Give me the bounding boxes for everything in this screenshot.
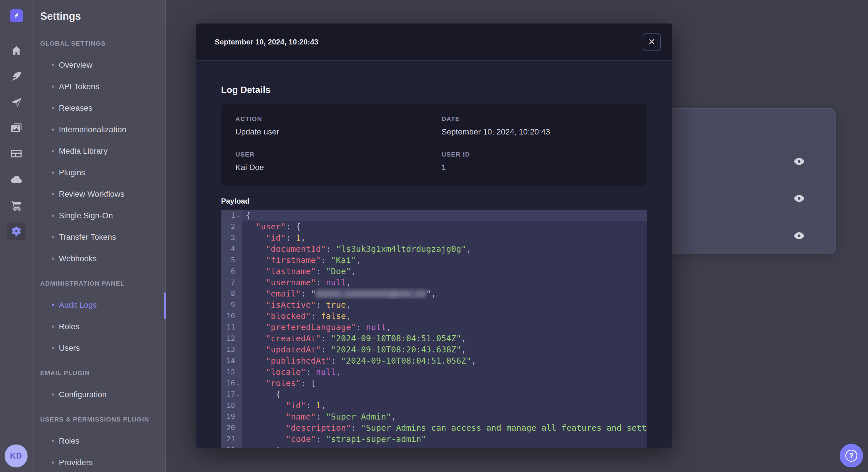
payload-label: Payload bbox=[221, 197, 647, 206]
line-number: 6 bbox=[231, 267, 235, 275]
line-number: 8 bbox=[231, 289, 235, 298]
sidebar-item-internationalization[interactable]: Internationalization bbox=[40, 119, 165, 140]
code-line: 14 "publishedAt": "2024-09-10T08:04:51.0… bbox=[221, 355, 647, 366]
strapi-logo[interactable] bbox=[10, 9, 23, 22]
code-text: "name": "Super Admin", bbox=[242, 411, 647, 422]
token: ", bbox=[426, 289, 436, 299]
sidebar-item-label: Configuration bbox=[59, 390, 107, 399]
bullet-icon bbox=[52, 394, 54, 396]
code-line: 11 "preferedLanguage": null, bbox=[221, 322, 647, 333]
token bbox=[246, 289, 266, 299]
token: : bbox=[316, 278, 326, 287]
home-icon[interactable] bbox=[3, 38, 29, 63]
sidebar-item-users[interactable]: Users bbox=[40, 337, 165, 359]
sidebar-item-label: Overview bbox=[59, 61, 92, 70]
code-line: 5 "firstname": "Kai", bbox=[221, 255, 647, 266]
gutter-cell: 19 bbox=[221, 411, 242, 422]
code-text: "user": { bbox=[242, 221, 647, 232]
token: "blocked" bbox=[266, 311, 311, 321]
close-button[interactable]: ✕ bbox=[643, 33, 661, 51]
user-avatar[interactable]: KD bbox=[5, 444, 28, 467]
sidebar-item-review-workflows[interactable]: Review Workflows bbox=[40, 183, 165, 205]
settings-sections: GLOBAL SETTINGSOverviewAPI TokensRelease… bbox=[40, 33, 165, 472]
media-library-icon[interactable] bbox=[3, 115, 29, 141]
sidebar-item-roles[interactable]: Roles bbox=[40, 316, 165, 337]
title-divider bbox=[40, 29, 54, 29]
token: "Super Admin" bbox=[326, 412, 391, 422]
log-details-modal: September 10, 2024, 10:20:43 ✕ Log Detai… bbox=[196, 24, 672, 448]
code-line: 12 "createdAt": "2024-09-10T08:04:51.054… bbox=[221, 333, 647, 344]
section-header: EMAIL PLUGIN bbox=[40, 362, 165, 384]
token: : [ bbox=[301, 378, 316, 388]
token bbox=[246, 244, 266, 254]
sidebar-item-api-tokens[interactable]: API Tokens bbox=[40, 76, 165, 97]
sidebar-item-audit-logs[interactable]: Audit Logs bbox=[40, 294, 165, 316]
content-manager-feather-icon[interactable] bbox=[3, 63, 29, 89]
help-button[interactable]: ? bbox=[840, 444, 863, 467]
fold-toggle-icon[interactable]: ⌄ bbox=[235, 392, 241, 397]
gutter-cell: 12 bbox=[221, 333, 242, 344]
bullet-icon bbox=[52, 304, 54, 306]
sidebar-item-single-sign-on[interactable]: Single Sign-On bbox=[40, 205, 165, 226]
sidebar-item-label: Single Sign-On bbox=[59, 211, 113, 220]
token: , bbox=[321, 401, 326, 410]
token: , bbox=[356, 255, 361, 265]
modal-body: Log Details ACTIONUpdate userDATESeptemb… bbox=[196, 61, 672, 448]
sidebar-item-transfer-tokens[interactable]: Transfer Tokens bbox=[40, 226, 165, 248]
bullet-icon bbox=[52, 461, 54, 464]
sidebar-item-label: Media Library bbox=[59, 146, 107, 156]
sidebar-item-label: Users bbox=[59, 343, 80, 353]
token bbox=[246, 412, 286, 422]
cloud-icon[interactable] bbox=[3, 167, 29, 193]
fold-toggle-icon[interactable]: ⌄ bbox=[235, 224, 241, 229]
token bbox=[246, 445, 276, 448]
bullet-icon bbox=[52, 64, 54, 66]
fold-toggle-icon[interactable]: ⌄ bbox=[235, 380, 241, 386]
view-log-eye-button[interactable] bbox=[790, 227, 808, 244]
eye-icon bbox=[794, 195, 804, 202]
sidebar-item-overview[interactable]: Overview bbox=[40, 54, 165, 76]
view-log-eye-button[interactable] bbox=[790, 190, 808, 207]
redacted-email: xxxxx.xxxxxxxxx@xxx.xx bbox=[316, 289, 426, 299]
detail-field-value: 1 bbox=[441, 163, 633, 172]
fold-toggle-icon[interactable]: ⌄ bbox=[235, 212, 241, 218]
code-text: { bbox=[242, 210, 647, 221]
gutter-cell: 11 bbox=[221, 322, 242, 333]
sidebar-item-configuration[interactable]: Configuration bbox=[40, 384, 165, 405]
token: "documentId" bbox=[266, 244, 326, 254]
sidebar-item-providers[interactable]: Providers bbox=[40, 452, 165, 472]
releases-window-icon[interactable] bbox=[3, 141, 29, 167]
settings-gear-icon-active[interactable] bbox=[3, 218, 29, 244]
code-line: 13 "updatedAt": "2024-09-10T08:20:43.638… bbox=[221, 344, 647, 355]
sidebar-item-webhooks[interactable]: Webhooks bbox=[40, 248, 165, 269]
token: "Doe" bbox=[326, 266, 351, 276]
rail-divider bbox=[0, 31, 32, 31]
marketplace-cart-icon[interactable] bbox=[3, 193, 29, 218]
sidebar-item-roles[interactable]: Roles bbox=[40, 430, 165, 452]
line-number: 18 bbox=[226, 401, 235, 409]
token: } bbox=[276, 445, 281, 448]
bullet-icon bbox=[52, 347, 54, 349]
token: null bbox=[326, 278, 346, 287]
subnav-scrollbar-thumb[interactable] bbox=[164, 293, 166, 319]
question-mark-icon: ? bbox=[845, 450, 857, 462]
code-text: "isActive": true, bbox=[242, 299, 647, 310]
token: "roles" bbox=[266, 378, 301, 388]
eye-icon bbox=[794, 232, 804, 239]
code-text: "publishedAt": "2024-09-10T08:04:51.056Z… bbox=[242, 355, 647, 366]
line-number: 1 bbox=[231, 211, 235, 220]
sidebar-item-plugins[interactable]: Plugins bbox=[40, 162, 165, 183]
sidebar-item-label: Roles bbox=[59, 322, 80, 331]
detail-field-label: USER ID bbox=[441, 151, 633, 158]
content-type-builder-plane-icon[interactable] bbox=[3, 89, 29, 115]
bullet-icon bbox=[52, 150, 54, 152]
view-log-eye-button[interactable] bbox=[790, 153, 808, 170]
line-number: 17 bbox=[226, 390, 235, 398]
sidebar-item-releases[interactable]: Releases bbox=[40, 97, 165, 119]
code-text: "blocked": false, bbox=[242, 310, 647, 322]
sidebar-item-media-library[interactable]: Media Library bbox=[40, 140, 165, 162]
bullet-icon bbox=[52, 236, 54, 238]
line-number: 5 bbox=[231, 256, 235, 264]
token: : bbox=[331, 356, 341, 366]
gutter-cell: 15 bbox=[221, 366, 242, 377]
